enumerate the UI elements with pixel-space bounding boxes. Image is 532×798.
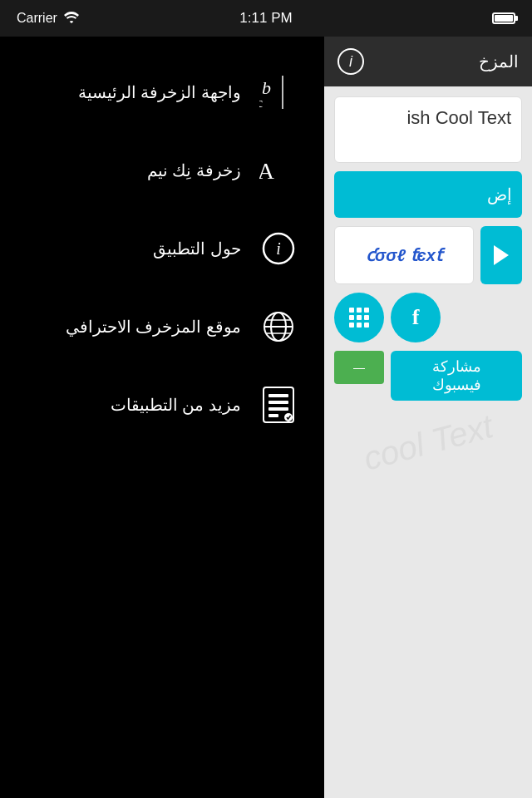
status-bar: Carrier 1:11 PM [0, 0, 532, 37]
stylize-button[interactable]: إض [334, 171, 522, 218]
text-input-box[interactable]: ish Cool Text [334, 96, 522, 163]
svg-text:b: b [262, 77, 271, 98]
stylize-label: إض [487, 185, 512, 204]
facebook-icon: f [412, 305, 420, 330]
svg-rect-14 [268, 394, 288, 397]
time-label: 1:11 PM [239, 10, 292, 27]
copy-button[interactable] [480, 226, 522, 284]
svg-text:c: c [259, 96, 263, 109]
fancy-text-row: ƈσσℓ ƭєxƭ [334, 226, 522, 284]
globe-icon [258, 306, 299, 347]
sidebar-drawer: a b c واجهة الزخرفة الرئيسية A A زخرفة ن… [0, 37, 324, 798]
svg-text:A: A [259, 158, 275, 184]
main-container: a b c واجهة الزخرفة الرئيسية A A زخرفة ن… [0, 37, 532, 798]
svg-point-18 [284, 413, 293, 421]
abc-icon: a b c [258, 71, 299, 113]
play-icon [494, 245, 509, 265]
battery-icon [492, 12, 515, 24]
facebook-label: مشاركة فيسبوك [432, 357, 481, 394]
labels-row: — مشاركة فيسبوك [334, 351, 522, 401]
sidebar-label-about: حول التطبيق [153, 239, 241, 259]
share-icons-row: f [334, 293, 522, 342]
fancy-text-box: ƈσσℓ ƭєxƭ [334, 226, 474, 284]
sidebar-label-nickname: زخرفة نِك نيم [147, 160, 241, 180]
app-title: المزخ [479, 52, 519, 71]
svg-rect-15 [268, 401, 288, 404]
carrier-label: Carrier [17, 11, 57, 26]
app-content: cool Text ish Cool Text إض ƈσσℓ ƭєxƭ [324, 86, 532, 798]
svg-rect-17 [268, 414, 278, 417]
svg-text:i: i [276, 239, 281, 258]
status-right [492, 12, 515, 24]
info-circle-icon: i [258, 228, 299, 269]
fancy-text: ƈσσℓ ƭєxƭ [366, 245, 442, 265]
share-grid-button[interactable] [334, 293, 384, 342]
grid-icon [349, 308, 369, 328]
apps-icon [258, 384, 299, 426]
svg-rect-16 [268, 407, 288, 411]
info-button[interactable]: i [337, 48, 364, 75]
sidebar-item-about[interactable]: i حول التطبيق [0, 209, 324, 288]
sidebar-label-main-interface: واجهة الزخرفة الرئيسية [78, 82, 241, 102]
app-header: المزخ i [324, 37, 532, 86]
sidebar-item-more-apps[interactable]: مزيد من التطبيقات [0, 366, 324, 444]
sidebar-item-website[interactable]: موقع المزخرف الاحترافي [0, 288, 324, 366]
app-panel: المزخ i cool Text ish Cool Text إض ƈσσ [324, 37, 532, 798]
sidebar-item-nickname[interactable]: A A زخرفة نِك نيم [0, 131, 324, 209]
facebook-label-button[interactable]: مشاركة فيسبوك [391, 351, 522, 401]
copy-label-button[interactable]: — [334, 351, 384, 384]
input-text: ish Cool Text [345, 107, 511, 129]
font-icon: A A [258, 150, 299, 191]
copy-label: — [353, 361, 365, 374]
sidebar-label-more-apps: مزيد من التطبيقات [111, 395, 241, 415]
status-left: Carrier [17, 11, 79, 26]
sidebar-label-website: موقع المزخرف الاحترافي [66, 317, 241, 337]
facebook-button[interactable]: f [391, 293, 441, 342]
sidebar-item-main-interface[interactable]: a b c واجهة الزخرفة الرئيسية [0, 53, 324, 131]
wifi-icon [64, 12, 79, 26]
